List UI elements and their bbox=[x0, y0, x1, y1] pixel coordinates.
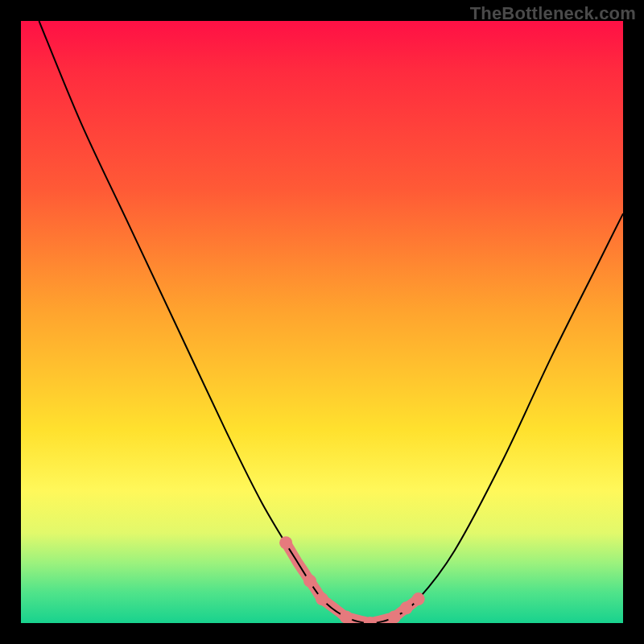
valley-dot bbox=[279, 536, 292, 549]
valley-dot bbox=[388, 611, 401, 623]
chart-frame: TheBottleneck.com bbox=[0, 0, 644, 644]
watermark-text: TheBottleneck.com bbox=[470, 3, 636, 24]
valley-dot bbox=[316, 592, 328, 605]
valley-dot bbox=[303, 575, 316, 588]
valley-dots bbox=[279, 536, 425, 623]
valley-dot bbox=[340, 611, 353, 623]
bottleneck-curve bbox=[39, 21, 623, 623]
bottleneck-curve-svg bbox=[21, 21, 623, 623]
valley-dot bbox=[400, 601, 413, 614]
plot-area bbox=[21, 21, 623, 623]
valley-dot bbox=[412, 592, 425, 605]
